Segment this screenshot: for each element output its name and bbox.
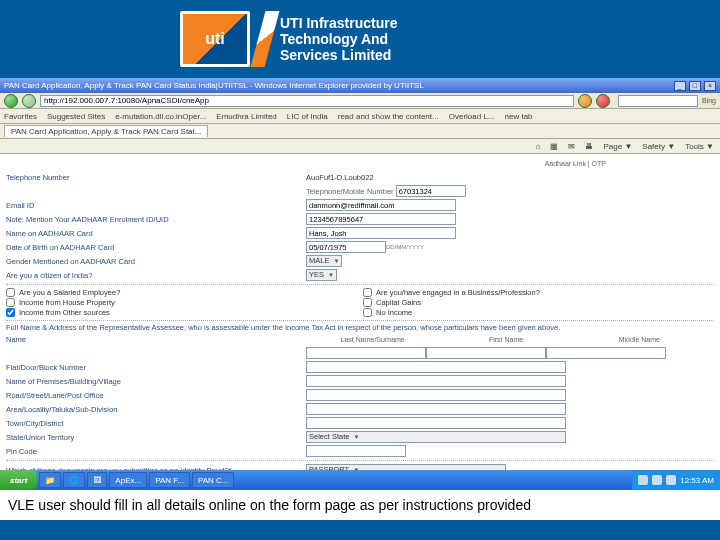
window-buttons: _ □ × [673,81,716,91]
chk-other-income[interactable] [6,308,15,317]
stop-button[interactable] [596,94,610,108]
rep-firstname-input[interactable] [426,347,546,359]
taskbar-app-2[interactable]: 🌐 [63,472,85,488]
minimize-button[interactable]: _ [674,81,686,91]
home-button[interactable]: ⌂ [536,142,541,151]
page-menu[interactable]: Page [603,142,622,151]
taskbar-app-5[interactable]: PAN F... [149,472,190,488]
gender-label: Gender Mentioned on AADHAAR Card [6,257,306,266]
taskbar: start 📁 🌐 🖼 ApEx... PAN F... PAN C... 12… [0,470,720,490]
favlink-1[interactable]: Suggested Sites [47,112,105,121]
mail-icon[interactable]: ✉ [568,142,575,151]
tray-icon[interactable] [666,475,676,485]
name-on-aadhaar-label: Name on AADHAAR Card [6,229,306,238]
close-button[interactable]: × [704,81,716,91]
aadhaar-enrol-input[interactable] [306,213,456,225]
addr-state-select[interactable]: Select State▼ [306,431,566,443]
forward-button[interactable] [22,94,36,108]
favlink-7[interactable]: new tab [505,112,533,121]
addr-area-label: Area/Locality/Taluka/Sub-Division [6,405,306,414]
addr-pin-input[interactable] [306,445,406,457]
safety-menu[interactable]: Safety [642,142,665,151]
doc-id-select[interactable]: PASSPORT▼ [306,464,506,470]
chevron-down-icon: ▼ [353,432,359,442]
email-label: Email ID [6,201,306,210]
maximize-button[interactable]: □ [689,81,701,91]
feeds-icon[interactable]: ▦ [550,142,558,151]
addr-town-label: Town/City/District [6,419,306,428]
chk-business[interactable] [363,288,372,297]
gender-select[interactable]: MALE▼ [306,255,342,267]
browser-tab[interactable]: PAN Card Application, Apply & Track PAN … [4,125,208,137]
search-field[interactable] [618,95,698,107]
addr-town-input[interactable] [306,417,566,429]
email-input[interactable] [306,199,456,211]
chk-capital-gains[interactable] [363,298,372,307]
taskbar-app-6[interactable]: PAN C... [192,472,235,488]
logo-company-text: UTI Infrastructure Technology And Servic… [280,15,397,63]
tray-icon[interactable] [638,475,648,485]
chk-house-property[interactable] [6,298,15,307]
taskbar-app-1[interactable]: 📁 [39,472,61,488]
window-titlebar: PAN Card Application, Apply & Track PAN … [0,78,720,93]
taskbar-app-4[interactable]: ApEx... [109,472,147,488]
citizen-label: Are you a citizen of India? [6,271,306,280]
name-aadhaar-input[interactable] [306,227,456,239]
logo: uti UTI Infrastructure Technology And Se… [180,11,397,67]
header-band: uti UTI Infrastructure Technology And Se… [0,0,720,78]
window-title: PAN Card Application, Apply & Track PAN … [4,81,424,90]
address-field[interactable]: http://192.000.007.7:10080/ApnaCSDI/cneA… [40,95,574,107]
command-bar: ⌂ ▦ ✉ 🖶 Page ▼ Safety ▼ Tools ▼ [0,139,720,154]
rep-middlename-input[interactable] [546,347,666,359]
caption-text: VLE user should fill in all details onli… [8,497,531,513]
print-icon[interactable]: 🖶 [585,142,593,151]
favorites-bar: Favorites Suggested Sites e-mutation.dll… [0,109,720,124]
addr-area-input[interactable] [306,403,566,415]
addr-state-label: State/Union Territory [6,433,306,442]
refresh-button[interactable] [578,94,592,108]
chk-salaried[interactable] [6,288,15,297]
rep-lastname-input[interactable] [306,347,426,359]
logo-badge-text: uti [205,30,225,48]
browser-window: PAN Card Application, Apply & Track PAN … [0,78,720,490]
favlink-3[interactable]: Emudhra Limited [216,112,276,121]
aadhaar-note-label: Note: Mention Your AADHAAR Enrolment ID/… [6,215,306,224]
addr-premises-label: Name of Premises/Building/Village [6,377,306,386]
addr-road-label: Road/Street/Lane/Post Office [6,391,306,400]
tel-mobile-label: Telephone/Mobile Number [306,187,394,196]
slide-caption: VLE user should fill in all details onli… [0,490,720,520]
favlink-2[interactable]: e-mutation.dll.co.inOper... [115,112,206,121]
dob-hint: DD/MM/YYYY [386,244,424,250]
chevron-down-icon: ▼ [353,465,359,470]
telephone-input[interactable] [396,185,466,197]
favlink-4[interactable]: LIC of India [287,112,328,121]
aadhaar-val: AuoFuf1-D.Loub022 [306,173,374,182]
addr-premises-input[interactable] [306,375,566,387]
addr-flat-label: Flat/Door/Block Number [6,363,306,372]
favorites-button[interactable]: Favorites [4,112,37,121]
logo-badge: uti [180,11,250,67]
chk-no-income[interactable] [363,308,372,317]
tray-icon[interactable] [652,475,662,485]
doc-id-label: Which of these documents are you submitt… [6,466,306,471]
favlink-6[interactable]: Overload L... [449,112,495,121]
tools-menu[interactable]: Tools [685,142,704,151]
address-bar-row: http://192.000.007.7:10080/ApnaCSDI/cneA… [0,93,720,109]
search-engine-label: Bing [702,97,716,104]
back-button[interactable] [4,94,18,108]
page-content: Aadhaar Link | OTP Telephone NumberAuoFu… [0,154,720,470]
clock: 12:53 AM [680,476,714,485]
addr-flat-input[interactable] [306,361,566,373]
start-button[interactable]: start [0,470,37,490]
taskbar-app-3[interactable]: 🖼 [87,472,107,488]
logo-slash-icon [250,11,279,67]
rep-assessor-note: Full Name & Address of the Representativ… [6,323,714,332]
aadhaar-link-otp: Aadhaar Link | OTP [306,160,606,167]
tab-strip: PAN Card Application, Apply & Track PAN … [0,124,720,139]
rep-name-label: Name [6,335,306,344]
dob-input[interactable] [306,241,386,253]
telephone-label: Telephone Number [6,173,306,182]
citizen-select[interactable]: YES▼ [306,269,337,281]
addr-road-input[interactable] [306,389,566,401]
favlink-5[interactable]: read and show the content... [338,112,439,121]
